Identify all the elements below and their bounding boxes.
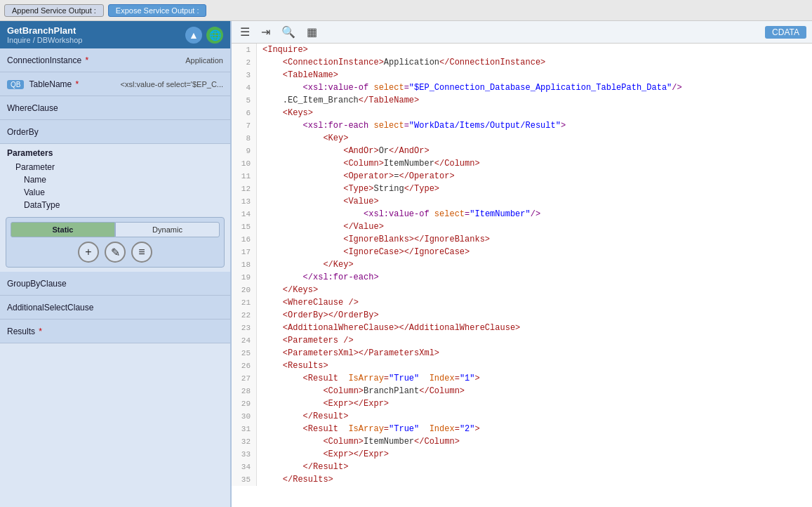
cdata-btn[interactable]: CDATA (765, 26, 806, 39)
line-number: 33 (232, 448, 257, 461)
line-content[interactable]: </Result> (257, 461, 348, 473)
left-panel: GetBranchPlant Inquire / DBWorkshop ▲ 🌐 … (0, 21, 232, 507)
code-toolbar: ☰ ⇥ 🔍 ▦ CDATA (232, 21, 812, 44)
line-number: 31 (232, 423, 257, 435)
code-line: 4 <xsl:value-of select="$EP_Connection_D… (232, 81, 812, 94)
append-service-btn[interactable]: Append Service Output : (4, 4, 104, 17)
line-content[interactable]: <AndOr>Or</AndOr> (257, 145, 430, 157)
line-content[interactable]: <WhereClause /> (257, 296, 359, 309)
field-results[interactable]: Results * (0, 320, 230, 343)
line-content[interactable]: <Expr></Expr> (257, 397, 389, 410)
line-content[interactable]: <IgnoreCase></IgnoreCase> (257, 246, 470, 258)
grid-icon[interactable]: ▦ (304, 24, 320, 40)
field-group-by[interactable]: GroupByClause (0, 272, 230, 296)
field-order-by[interactable]: OrderBy (0, 120, 230, 144)
line-number: 3 (232, 69, 257, 81)
indent-icon[interactable]: ⇥ (258, 24, 273, 40)
additional-select-label: AdditionalSelectClause (7, 303, 93, 312)
param-item-parameter: Parameter (15, 161, 223, 173)
field-additional-select[interactable]: AdditionalSelectClause (0, 296, 230, 320)
code-line: 14 <xsl:value-of select="ItemNumber"/> (232, 208, 812, 220)
line-content[interactable]: .EC_Item_Branch</TableName> (257, 94, 419, 107)
line-content[interactable]: <Keys> (257, 107, 313, 119)
line-content[interactable]: <Parameters /> (257, 334, 354, 347)
code-line: 19 </xsl:for-each> (232, 271, 812, 284)
line-content[interactable]: <xsl:value-of select="ItemNumber"/> (257, 208, 540, 220)
list-action-btn[interactable]: ≡ (131, 242, 152, 263)
code-line: 11 <Operator>=</Operator> (232, 170, 812, 183)
line-content[interactable]: <AdditionalWhereClause></AdditionalWhere… (257, 322, 520, 334)
static-toggle-btn[interactable]: Static (11, 222, 115, 237)
line-content[interactable]: <Operator>=</Operator> (257, 170, 455, 183)
line-content[interactable]: </Keys> (257, 284, 318, 296)
code-line: 29 <Expr></Expr> (232, 397, 812, 410)
line-content[interactable]: <Type>String</Type> (257, 183, 439, 195)
hamburger-icon[interactable]: ☰ (237, 24, 253, 40)
line-number: 29 (232, 397, 257, 410)
code-line: 16 <IgnoreBlanks></IgnoreBlanks> (232, 233, 812, 246)
expose-service-btn[interactable]: Expose Service Output : (108, 4, 207, 17)
param-item-datatype: DataType (15, 199, 223, 211)
dynamic-toggle-btn[interactable]: Dynamic (115, 222, 220, 237)
panel-header: GetBranchPlant Inquire / DBWorkshop ▲ 🌐 (0, 21, 230, 48)
line-content[interactable]: <Key> (257, 132, 348, 145)
line-number: 27 (232, 372, 257, 385)
line-content[interactable]: <TableName> (257, 69, 338, 81)
line-content[interactable]: <xsl:value-of select="$EP_Connection_Dat… (257, 81, 682, 94)
action-buttons: + ✎ ≡ (11, 242, 220, 263)
connection-instance-label: ConnectionInstance * (7, 55, 88, 65)
line-content[interactable]: </xsl:for-each> (257, 271, 379, 284)
line-content[interactable]: </Value> (257, 220, 384, 233)
field-connection-instance[interactable]: ConnectionInstance * Application (0, 48, 230, 72)
panel-globe-btn[interactable]: 🌐 (206, 27, 223, 44)
code-line: 21 <WhereClause /> (232, 296, 812, 309)
line-content[interactable]: <Value> (257, 195, 379, 208)
line-number: 24 (232, 334, 257, 347)
line-content[interactable]: </Result> (257, 410, 348, 423)
line-number: 9 (232, 145, 257, 157)
code-editor[interactable]: 1<Inquire>2 <ConnectionInstance>Applicat… (232, 44, 812, 507)
field-where-clause[interactable]: WhereClause (0, 96, 230, 120)
line-content[interactable]: <Column>ItemNumber</Column> (257, 157, 480, 170)
line-number: 6 (232, 107, 257, 119)
toggle-area: Static Dynamic + ✎ ≡ (6, 217, 225, 268)
code-line: 7 <xsl:for-each select="WorkData/Items/O… (232, 119, 812, 132)
panel-header-icons: ▲ 🌐 (185, 27, 223, 44)
line-number: 19 (232, 271, 257, 284)
code-line: 23 <AdditionalWhereClause></AdditionalWh… (232, 322, 812, 334)
code-line: 5 .EC_Item_Branch</TableName> (232, 94, 812, 107)
line-content[interactable]: <xsl:for-each select="WorkData/Items/Out… (257, 119, 566, 132)
panel-up-btn[interactable]: ▲ (185, 27, 202, 44)
param-item-value: Value (15, 186, 223, 199)
line-content[interactable]: <Expr></Expr> (257, 448, 389, 461)
line-content[interactable]: <IgnoreBlanks></IgnoreBlanks> (257, 233, 490, 246)
line-content[interactable]: <Inquire> (257, 44, 308, 56)
panel-header-text: GetBranchPlant Inquire / DBWorkshop (7, 25, 82, 44)
line-content[interactable]: <ParametersXml></ParametersXml> (257, 347, 439, 360)
field-table-name[interactable]: QB TableName * <xsl:value-of select='$EP… (0, 72, 230, 96)
group-by-label: GroupByClause (7, 279, 67, 289)
param-item-name: Name (15, 173, 223, 186)
line-content[interactable]: <Column>ItemNumber</Column> (257, 435, 460, 448)
code-line: 28 <Column>BranchPlant</Column> (232, 385, 812, 397)
code-line: 35 </Results> (232, 473, 812, 486)
code-line: 25 <ParametersXml></ParametersXml> (232, 347, 812, 360)
line-number: 26 (232, 360, 257, 372)
line-number: 32 (232, 435, 257, 448)
line-content[interactable]: <Results> (257, 360, 328, 372)
line-content[interactable]: <Result IsArray="True" Index="1"> (257, 372, 480, 385)
add-action-btn[interactable]: + (78, 242, 99, 263)
line-number: 25 (232, 347, 257, 360)
line-content[interactable]: <OrderBy></OrderBy> (257, 309, 379, 322)
line-content[interactable]: <Column>BranchPlant</Column> (257, 385, 465, 397)
params-sub: Parameter Name Value DataType (7, 161, 223, 211)
code-line: 30 </Result> (232, 410, 812, 423)
line-content[interactable]: </Key> (257, 258, 354, 271)
edit-action-btn[interactable]: ✎ (105, 242, 126, 263)
line-content[interactable]: <ConnectionInstance>Application</Connect… (257, 56, 545, 69)
line-number: 30 (232, 410, 257, 423)
line-content[interactable]: </Results> (257, 473, 333, 486)
search-icon[interactable]: 🔍 (279, 24, 298, 40)
line-number: 18 (232, 258, 257, 271)
line-content[interactable]: <Result IsArray="True" Index="2"> (257, 423, 480, 435)
